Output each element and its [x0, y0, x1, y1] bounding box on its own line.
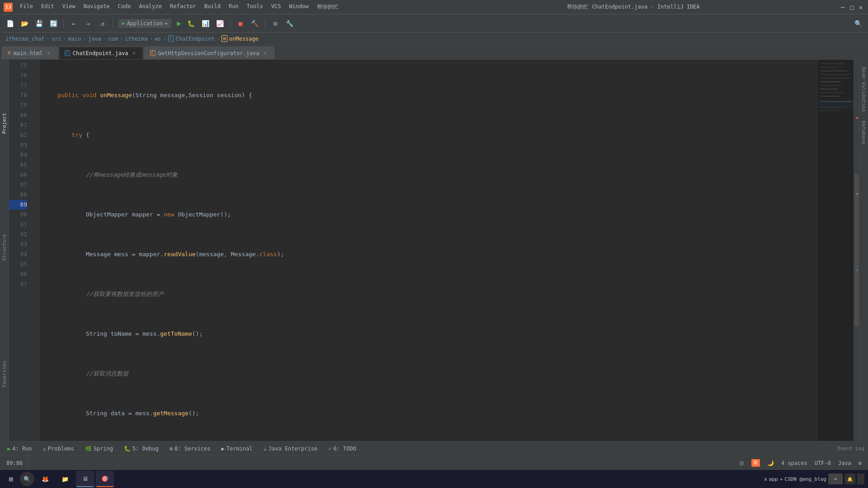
tab-close-chat-endpoint[interactable]: ✕: [131, 50, 137, 56]
terminal-icon: ▶: [222, 446, 225, 452]
menu-code[interactable]: Code: [114, 1, 135, 13]
new-file-button[interactable]: 📄: [4, 17, 16, 30]
tab-chat-endpoint[interactable]: C ChatEndpoint.java ✕: [59, 47, 143, 59]
undo-button[interactable]: ↺: [96, 17, 109, 30]
breadcrumb-com[interactable]: com: [108, 36, 118, 42]
open-button[interactable]: 📂: [18, 17, 31, 30]
maximize-button[interactable]: □: [848, 4, 855, 11]
minimize-button[interactable]: ─: [839, 4, 846, 11]
taskbar-explorer[interactable]: 📁: [56, 471, 74, 487]
svg-rect-9: [820, 92, 845, 93]
tab-label-get-http-session: GetHttpSessionConfigurator.java: [158, 50, 259, 56]
menu-refactor[interactable]: Refactor: [166, 1, 200, 13]
breadcrumb-project[interactable]: itheima_chat: [5, 36, 45, 42]
breadcrumb-ws[interactable]: ws: [155, 36, 161, 42]
menu-edit[interactable]: Edit: [38, 1, 58, 13]
cursor-position[interactable]: 89:86: [4, 459, 25, 467]
debug-button[interactable]: 🐛: [185, 17, 198, 30]
gutter: [31, 60, 40, 441]
menu-build[interactable]: Build: [201, 1, 224, 13]
start-button[interactable]: ⊞: [4, 472, 18, 486]
menu-file[interactable]: File: [16, 1, 37, 13]
window-controls: ─ □ ✕: [839, 4, 864, 11]
show-desktop[interactable]: [857, 474, 864, 484]
taskbar-monitor[interactable]: 🖥: [76, 471, 94, 487]
profile-button[interactable]: 📈: [214, 17, 226, 30]
debug-tab[interactable]: 🐛 5: Debug: [120, 445, 162, 453]
menu-view[interactable]: View: [59, 1, 79, 13]
menu-vcs[interactable]: VCS: [268, 1, 285, 13]
terminal-tab[interactable]: ▶ Terminal: [218, 445, 256, 453]
tab-main-html[interactable]: H main.html ✕: [2, 47, 58, 59]
tab-label-chat-endpoint: ChatEndpoint.java: [73, 50, 128, 56]
main-layout: Project Structure Favorites 75 76 77 78 …: [0, 60, 868, 441]
close-button[interactable]: ✕: [857, 4, 864, 11]
back-button[interactable]: ←: [67, 17, 80, 30]
ime-status[interactable]: 英: [749, 458, 763, 468]
settings-button[interactable]: ⚙: [269, 17, 282, 30]
tab-close-get-http-session[interactable]: ✕: [262, 50, 269, 56]
services-tab[interactable]: ⚙ 8: Services: [166, 445, 214, 453]
encoding-status[interactable]: UTF-8: [812, 459, 834, 467]
tray-expand-arrow[interactable]: »: [780, 476, 783, 482]
breadcrumb-method[interactable]: m onMessage: [222, 35, 259, 42]
project-panel-label[interactable]: Project: [0, 109, 8, 137]
taskbar-idea[interactable]: 🎯: [96, 471, 114, 487]
svg-rect-3: [820, 70, 847, 71]
app-icon: IJ: [4, 3, 13, 12]
breadcrumb-class[interactable]: C ChatEndpoint: [168, 35, 215, 42]
save-button[interactable]: 💾: [33, 17, 45, 30]
taskbar-browser[interactable]: 🦊: [36, 471, 54, 487]
bean-validation-panel-label[interactable]: Bean Validation: [860, 63, 868, 115]
external-tools-button[interactable]: 🔧: [283, 17, 296, 30]
left-panel-labels: Project Structure Favorites: [0, 60, 9, 441]
java-enterprise-tab[interactable]: ☕ Java Enterprise: [260, 445, 321, 453]
window-title: 帮你的忙 ChatEndpoint.java - IntelliJ IDEA: [428, 3, 839, 11]
svg-rect-14: [820, 110, 840, 111]
todo-tab[interactable]: ✓ 6: TODO: [325, 445, 360, 453]
tab-get-http-session[interactable]: C GetHttpSessionConfigurator.java ✕: [144, 47, 274, 59]
breadcrumb-itheima[interactable]: itheima: [125, 36, 148, 42]
ime-text: 英: [751, 459, 760, 467]
menu-run[interactable]: Run: [225, 1, 242, 13]
keyboard-icon[interactable]: ⌨: [828, 474, 843, 484]
taskbar-search[interactable]: 🔍: [20, 472, 34, 486]
tray-expand[interactable]: ∧: [764, 476, 767, 482]
breadcrumb-src[interactable]: src: [52, 36, 61, 42]
code-line-81: String toName = mess.getToName();: [43, 329, 814, 339]
forward-button[interactable]: →: [82, 17, 94, 30]
scroll-error-marker: [856, 117, 858, 119]
spring-tab[interactable]: 🌿 Spring: [81, 445, 117, 453]
event-log-label[interactable]: Event Log: [837, 446, 864, 451]
code-editor[interactable]: 75 76 77 78 79 80 81 82 83 84 85 86 87 8…: [9, 60, 859, 441]
run-config-selector[interactable]: ▶ Application ▾: [118, 19, 171, 28]
run-tab[interactable]: ▶ 4: Run: [4, 445, 36, 453]
sync-button[interactable]: 🔄: [47, 17, 60, 30]
code-text[interactable]: public void onMessage(String message,Ses…: [40, 60, 817, 441]
tab-close-main-html[interactable]: ✕: [46, 50, 52, 56]
notification-icon[interactable]: 🔔: [844, 474, 855, 484]
menu-tools[interactable]: Tools: [243, 1, 267, 13]
structure-panel-label[interactable]: Structure: [0, 230, 8, 265]
indent-status[interactable]: 4 spaces: [778, 459, 810, 467]
database-panel-label[interactable]: Database: [860, 117, 868, 148]
lang-status[interactable]: Java: [835, 459, 854, 467]
search-everywhere-button[interactable]: 🔍: [852, 17, 864, 30]
menu-navigate[interactable]: Navigate: [80, 1, 113, 13]
breadcrumb-java[interactable]: java: [88, 36, 101, 42]
settings-icon-status[interactable]: ⚙: [856, 459, 864, 467]
coverage-button[interactable]: 📊: [199, 17, 212, 30]
favorites-panel-label[interactable]: Favorites: [0, 357, 8, 391]
menu-analyze[interactable]: Analyze: [135, 1, 165, 13]
stop-button[interactable]: ■: [234, 17, 247, 30]
scrollbar-track[interactable]: [854, 60, 859, 441]
breadcrumb-main[interactable]: main: [68, 36, 81, 42]
menu-window[interactable]: Window: [285, 1, 312, 13]
svg-rect-12: [820, 101, 852, 102]
menu-help-cn[interactable]: 帮你的忙: [313, 1, 342, 13]
run-button[interactable]: ▶: [175, 18, 183, 28]
build-button[interactable]: 🔨: [249, 17, 261, 30]
problems-tab[interactable]: ⚠ Problems: [39, 445, 78, 453]
code-line-78: ObjectMapper mapper = new ObjectMapper()…: [43, 210, 814, 220]
scrollbar-thumb[interactable]: [854, 174, 859, 327]
